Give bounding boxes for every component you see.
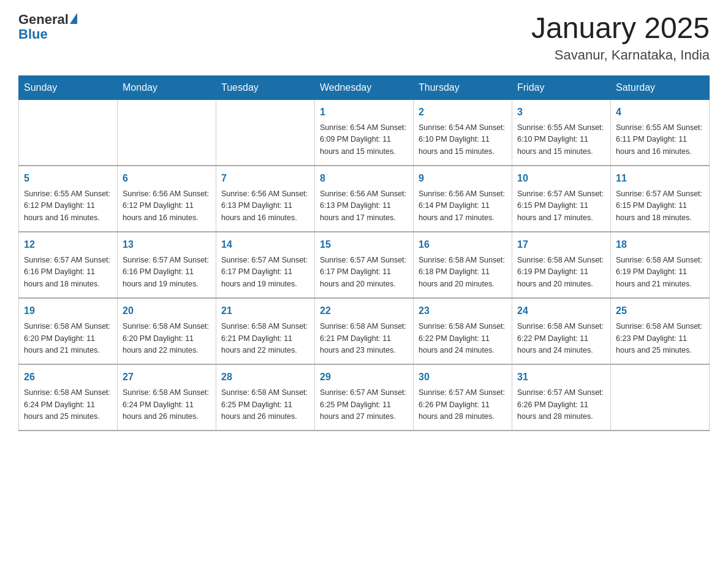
day-info: Sunrise: 6:56 AM Sunset: 6:13 PM Dayligh… bbox=[320, 188, 408, 224]
day-header-saturday: Saturday bbox=[611, 75, 710, 99]
day-number: 1 bbox=[320, 105, 408, 120]
day-info: Sunrise: 6:58 AM Sunset: 6:22 PM Dayligh… bbox=[517, 321, 605, 356]
calendar-cell: 3Sunrise: 6:55 AM Sunset: 6:10 PM Daylig… bbox=[512, 99, 611, 166]
day-info: Sunrise: 6:57 AM Sunset: 6:17 PM Dayligh… bbox=[221, 255, 309, 290]
day-header-tuesday: Tuesday bbox=[216, 75, 315, 99]
day-info: Sunrise: 6:55 AM Sunset: 6:11 PM Dayligh… bbox=[616, 122, 704, 158]
day-number: 4 bbox=[616, 105, 704, 120]
calendar-cell: 10Sunrise: 6:57 AM Sunset: 6:15 PM Dayli… bbox=[512, 166, 611, 232]
day-number: 26 bbox=[24, 370, 112, 385]
calendar-cell bbox=[611, 364, 710, 431]
day-number: 15 bbox=[320, 237, 408, 252]
calendar-cell: 23Sunrise: 6:58 AM Sunset: 6:22 PM Dayli… bbox=[414, 298, 512, 364]
day-info: Sunrise: 6:57 AM Sunset: 6:25 PM Dayligh… bbox=[320, 387, 408, 423]
day-number: 13 bbox=[123, 237, 211, 252]
calendar-cell: 9Sunrise: 6:56 AM Sunset: 6:14 PM Daylig… bbox=[414, 166, 512, 232]
calendar-cell: 15Sunrise: 6:57 AM Sunset: 6:17 PM Dayli… bbox=[315, 232, 414, 298]
calendar-cell: 17Sunrise: 6:58 AM Sunset: 6:19 PM Dayli… bbox=[512, 232, 611, 298]
day-number: 29 bbox=[320, 370, 408, 385]
calendar-cell: 12Sunrise: 6:57 AM Sunset: 6:16 PM Dayli… bbox=[19, 232, 118, 298]
day-number: 27 bbox=[123, 370, 211, 385]
calendar-cell: 1Sunrise: 6:54 AM Sunset: 6:09 PM Daylig… bbox=[315, 99, 414, 166]
logo: General Blue bbox=[18, 12, 77, 42]
calendar-cell: 22Sunrise: 6:58 AM Sunset: 6:21 PM Dayli… bbox=[315, 298, 414, 364]
day-number: 8 bbox=[320, 171, 408, 186]
page-header: General Blue January 2025 Savanur, Karna… bbox=[18, 12, 710, 63]
calendar-cell: 19Sunrise: 6:58 AM Sunset: 6:20 PM Dayli… bbox=[19, 298, 118, 364]
day-number: 11 bbox=[616, 171, 704, 186]
day-number: 17 bbox=[517, 237, 605, 252]
calendar-week-row: 26Sunrise: 6:58 AM Sunset: 6:24 PM Dayli… bbox=[19, 364, 710, 431]
logo-general-text: General bbox=[18, 12, 69, 27]
day-info: Sunrise: 6:58 AM Sunset: 6:19 PM Dayligh… bbox=[616, 255, 704, 290]
day-number: 19 bbox=[24, 304, 112, 318]
day-header-thursday: Thursday bbox=[414, 75, 512, 99]
day-info: Sunrise: 6:58 AM Sunset: 6:24 PM Dayligh… bbox=[123, 387, 211, 423]
day-info: Sunrise: 6:58 AM Sunset: 6:22 PM Dayligh… bbox=[419, 321, 507, 356]
calendar-week-row: 1Sunrise: 6:54 AM Sunset: 6:09 PM Daylig… bbox=[19, 99, 710, 166]
logo-triangle-icon bbox=[70, 13, 77, 24]
day-number: 31 bbox=[517, 370, 605, 385]
calendar-cell: 7Sunrise: 6:56 AM Sunset: 6:13 PM Daylig… bbox=[216, 166, 315, 232]
day-info: Sunrise: 6:56 AM Sunset: 6:14 PM Dayligh… bbox=[419, 188, 507, 224]
day-number: 5 bbox=[24, 171, 112, 186]
day-header-friday: Friday bbox=[512, 75, 611, 99]
day-number: 16 bbox=[419, 237, 507, 252]
day-info: Sunrise: 6:57 AM Sunset: 6:15 PM Dayligh… bbox=[616, 188, 704, 224]
day-number: 9 bbox=[419, 171, 507, 186]
calendar-cell: 28Sunrise: 6:58 AM Sunset: 6:25 PM Dayli… bbox=[216, 364, 315, 431]
day-number: 28 bbox=[221, 370, 309, 385]
calendar-week-row: 12Sunrise: 6:57 AM Sunset: 6:16 PM Dayli… bbox=[19, 232, 710, 298]
day-info: Sunrise: 6:58 AM Sunset: 6:25 PM Dayligh… bbox=[221, 387, 309, 423]
day-number: 22 bbox=[320, 304, 408, 318]
calendar-cell: 5Sunrise: 6:55 AM Sunset: 6:12 PM Daylig… bbox=[19, 166, 118, 232]
calendar-cell: 4Sunrise: 6:55 AM Sunset: 6:11 PM Daylig… bbox=[611, 99, 710, 166]
day-info: Sunrise: 6:55 AM Sunset: 6:12 PM Dayligh… bbox=[24, 188, 112, 224]
day-info: Sunrise: 6:55 AM Sunset: 6:10 PM Dayligh… bbox=[517, 122, 605, 158]
calendar-week-row: 5Sunrise: 6:55 AM Sunset: 6:12 PM Daylig… bbox=[19, 166, 710, 232]
day-number: 2 bbox=[419, 105, 507, 120]
day-header-wednesday: Wednesday bbox=[315, 75, 414, 99]
calendar-cell: 8Sunrise: 6:56 AM Sunset: 6:13 PM Daylig… bbox=[315, 166, 414, 232]
day-number: 6 bbox=[123, 171, 211, 186]
day-number: 30 bbox=[419, 370, 507, 385]
day-number: 20 bbox=[123, 304, 211, 318]
day-info: Sunrise: 6:58 AM Sunset: 6:24 PM Dayligh… bbox=[24, 387, 112, 423]
calendar-cell bbox=[118, 99, 216, 166]
day-info: Sunrise: 6:58 AM Sunset: 6:21 PM Dayligh… bbox=[320, 321, 408, 356]
calendar-cell: 13Sunrise: 6:57 AM Sunset: 6:16 PM Dayli… bbox=[118, 232, 216, 298]
day-info: Sunrise: 6:58 AM Sunset: 6:20 PM Dayligh… bbox=[24, 321, 112, 356]
day-info: Sunrise: 6:58 AM Sunset: 6:20 PM Dayligh… bbox=[123, 321, 211, 356]
calendar-cell: 2Sunrise: 6:54 AM Sunset: 6:10 PM Daylig… bbox=[414, 99, 512, 166]
day-number: 18 bbox=[616, 237, 704, 252]
calendar-cell: 16Sunrise: 6:58 AM Sunset: 6:18 PM Dayli… bbox=[414, 232, 512, 298]
day-header-sunday: Sunday bbox=[19, 75, 118, 99]
day-number: 3 bbox=[517, 105, 605, 120]
calendar-cell: 30Sunrise: 6:57 AM Sunset: 6:26 PM Dayli… bbox=[414, 364, 512, 431]
calendar-cell: 14Sunrise: 6:57 AM Sunset: 6:17 PM Dayli… bbox=[216, 232, 315, 298]
day-header-monday: Monday bbox=[118, 75, 216, 99]
calendar-cell: 21Sunrise: 6:58 AM Sunset: 6:21 PM Dayli… bbox=[216, 298, 315, 364]
day-number: 7 bbox=[221, 171, 309, 186]
calendar-cell: 29Sunrise: 6:57 AM Sunset: 6:25 PM Dayli… bbox=[315, 364, 414, 431]
calendar-cell: 26Sunrise: 6:58 AM Sunset: 6:24 PM Dayli… bbox=[19, 364, 118, 431]
calendar-subtitle: Savanur, Karnataka, India bbox=[531, 47, 710, 63]
calendar-cell: 24Sunrise: 6:58 AM Sunset: 6:22 PM Dayli… bbox=[512, 298, 611, 364]
day-info: Sunrise: 6:57 AM Sunset: 6:26 PM Dayligh… bbox=[517, 387, 605, 423]
calendar-cell: 11Sunrise: 6:57 AM Sunset: 6:15 PM Dayli… bbox=[611, 166, 710, 232]
day-info: Sunrise: 6:54 AM Sunset: 6:10 PM Dayligh… bbox=[419, 122, 507, 158]
day-info: Sunrise: 6:57 AM Sunset: 6:16 PM Dayligh… bbox=[123, 255, 211, 290]
day-info: Sunrise: 6:58 AM Sunset: 6:19 PM Dayligh… bbox=[517, 255, 605, 290]
title-block: January 2025 Savanur, Karnataka, India bbox=[531, 12, 710, 63]
day-info: Sunrise: 6:58 AM Sunset: 6:18 PM Dayligh… bbox=[419, 255, 507, 290]
calendar-header-row: SundayMondayTuesdayWednesdayThursdayFrid… bbox=[19, 75, 710, 99]
day-info: Sunrise: 6:56 AM Sunset: 6:12 PM Dayligh… bbox=[123, 188, 211, 224]
day-info: Sunrise: 6:57 AM Sunset: 6:15 PM Dayligh… bbox=[517, 188, 605, 224]
logo-blue-text: Blue bbox=[18, 27, 77, 42]
calendar-week-row: 19Sunrise: 6:58 AM Sunset: 6:20 PM Dayli… bbox=[19, 298, 710, 364]
day-info: Sunrise: 6:58 AM Sunset: 6:21 PM Dayligh… bbox=[221, 321, 309, 356]
day-number: 12 bbox=[24, 237, 112, 252]
day-info: Sunrise: 6:57 AM Sunset: 6:17 PM Dayligh… bbox=[320, 255, 408, 290]
calendar-cell: 6Sunrise: 6:56 AM Sunset: 6:12 PM Daylig… bbox=[118, 166, 216, 232]
calendar-cell: 18Sunrise: 6:58 AM Sunset: 6:19 PM Dayli… bbox=[611, 232, 710, 298]
